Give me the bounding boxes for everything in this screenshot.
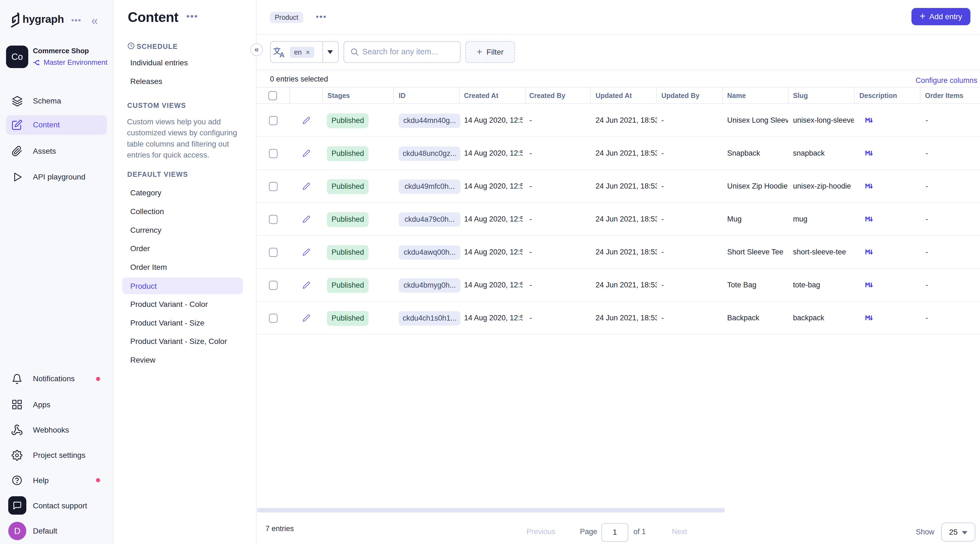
svg-text:A: A (279, 51, 285, 58)
